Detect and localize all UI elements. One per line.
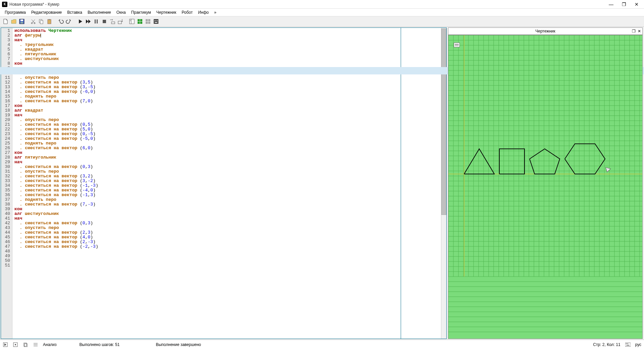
pause-icon[interactable] — [93, 18, 100, 25]
svg-rect-26 — [155, 22, 157, 23]
menu-item-5[interactable]: Практикум — [129, 9, 154, 15]
code-line[interactable]: . треугольник — [14, 43, 399, 47]
code-line[interactable]: нач — [14, 38, 399, 43]
code-line[interactable]: . сместиться на вектор (7,0) — [14, 99, 399, 104]
code-line[interactable]: . шестиугольник — [14, 57, 399, 61]
sb-icon-3[interactable] — [23, 342, 28, 347]
keyboard-icon[interactable] — [625, 342, 631, 347]
code-line[interactable]: нач — [14, 113, 399, 118]
drawer-restore-button[interactable]: ❐ — [632, 29, 636, 34]
code-line[interactable]: кон — [14, 151, 399, 155]
code-line[interactable]: . опустить перо — [14, 118, 399, 122]
toggle-numbers-icon[interactable]: 1 — [128, 18, 136, 25]
menu-item-9[interactable]: » — [211, 9, 219, 15]
code-line[interactable]: . опустить перо — [14, 169, 399, 174]
menu-item-7[interactable]: Робот — [179, 9, 195, 15]
code-line[interactable]: . сместиться на вектор (-1,3) — [14, 193, 399, 197]
undo-icon[interactable] — [57, 18, 64, 25]
new-file-icon[interactable] — [2, 18, 9, 25]
menu-item-3[interactable]: Выполнение — [85, 9, 114, 15]
code-line[interactable]: . сместиться на вектор (7,-3) — [14, 202, 399, 207]
sb-icon-1[interactable] — [3, 342, 8, 347]
menu-item-8[interactable]: Инфо — [195, 9, 211, 15]
cut-icon[interactable] — [30, 18, 37, 25]
stop-icon[interactable] — [101, 18, 108, 25]
code-line[interactable]: . сместиться на вектор (0,3) — [14, 165, 399, 169]
menu-item-0[interactable]: Программа — [2, 9, 29, 15]
code-line[interactable]: . сместиться на вектор (-1,-3) — [14, 183, 399, 188]
code-line[interactable]: . сместиться на вектор (2,-3) — [14, 240, 399, 244]
code-line[interactable]: . поднять перо — [14, 141, 399, 146]
code-line[interactable]: . сместиться на вектор (3,5) — [14, 80, 399, 85]
grid-green-icon[interactable] — [136, 18, 144, 25]
svg-rect-1 — [20, 19, 23, 21]
editor-panel: 1 2 3 4 5 6 7 8 9 10 11 12 13 14 15 16 1… — [1, 27, 447, 339]
sb-icon-4[interactable] — [33, 342, 38, 347]
step-over-icon[interactable] — [109, 18, 116, 25]
code-line[interactable]: . сместиться на вектор (3,2) — [14, 174, 399, 179]
code-line[interactable]: . сместиться на вектор (-4,0) — [14, 188, 399, 193]
menu-item-4[interactable]: Окна — [114, 9, 129, 15]
copy-icon[interactable] — [38, 18, 45, 25]
code-line[interactable]: алг пятиугольник — [14, 155, 399, 160]
code-line[interactable]: . опустить перо — [14, 226, 399, 230]
code-line[interactable]: . сместиться на вектор (4,0) — [14, 235, 399, 240]
code-line[interactable]: . квадрат — [14, 47, 399, 52]
code-line[interactable]: . сместиться на вектор (0,5) — [14, 122, 399, 127]
paste-icon[interactable] — [46, 18, 53, 25]
close-button[interactable]: ✕ — [633, 2, 641, 7]
code-line[interactable]: . опустить перо — [14, 75, 399, 80]
code-line[interactable]: использовать Чертежник — [14, 28, 399, 33]
menu-item-6[interactable]: Чертежник — [154, 9, 179, 15]
code-line[interactable]: алг квадрат — [14, 108, 399, 113]
code-line[interactable]: алг фигуры — [14, 33, 399, 38]
svg-rect-159 — [626, 345, 629, 345]
svg-rect-12 — [111, 22, 115, 24]
code-line[interactable]: кон — [14, 61, 399, 66]
status-lang[interactable]: рус — [635, 342, 641, 347]
maximize-button[interactable]: ❐ — [620, 2, 628, 7]
minimize-button[interactable]: — — [607, 2, 615, 7]
statusbar: Анализ Выполнено шагов: 51 Выполнение за… — [0, 340, 644, 349]
code-line[interactable]: . сместиться на вектор (-5,0) — [14, 136, 399, 141]
code-line[interactable]: нач — [14, 160, 399, 165]
step-into-icon[interactable] — [117, 18, 124, 25]
code-line[interactable]: . сместиться на вектор (6,0) — [14, 146, 399, 151]
svg-rect-10 — [97, 19, 98, 23]
code-editor[interactable]: использовать Чертежникалг фигурынач . тр… — [12, 28, 401, 339]
open-file-icon[interactable] — [10, 18, 17, 25]
editor-scrollbar[interactable] — [441, 28, 446, 339]
drawer-close-button[interactable]: ✕ — [638, 29, 641, 34]
code-line[interactable]: алг шестиугольник — [14, 212, 399, 216]
menu-item-1[interactable]: Редактирование — [29, 9, 64, 15]
code-line[interactable]: . пятиугольник — [14, 52, 399, 57]
svg-rect-23 — [154, 19, 158, 24]
robot-icon[interactable] — [152, 18, 160, 25]
status-steps: Выполнено шагов: 51 — [80, 342, 120, 347]
code-line[interactable]: . сместиться на вектор (5,0) — [14, 127, 399, 132]
grid-gray-icon[interactable] — [144, 18, 152, 25]
app-icon: К — [2, 2, 7, 7]
run-icon[interactable] — [77, 18, 84, 25]
code-line[interactable]: . сместиться на вектор (-2,-3) — [14, 244, 399, 249]
code-line[interactable]: . поднять перо — [14, 94, 399, 99]
code-line[interactable]: . сместиться на вектор (2,3) — [14, 230, 399, 235]
drawer-canvas[interactable] — [448, 35, 643, 339]
save-icon[interactable] — [18, 18, 26, 25]
run-fast-icon[interactable] — [85, 18, 92, 25]
code-line[interactable]: . сместиться на вектор (0,-5) — [14, 132, 399, 136]
redo-icon[interactable] — [65, 18, 72, 25]
code-line[interactable]: . сместиться на вектор (-6,0) — [14, 90, 399, 94]
code-line[interactable]: . сместиться на вектор (0,3) — [14, 221, 399, 226]
code-line[interactable]: кон — [14, 207, 399, 212]
code-line[interactable]: . сместиться на вектор (3,-2) — [14, 179, 399, 183]
status-cursor: Стр: 2, Кол: 11 — [593, 342, 620, 347]
status-analyze[interactable]: Анализ — [43, 342, 57, 347]
drawer-menu-icon[interactable] — [454, 43, 460, 47]
code-line[interactable]: нач — [14, 216, 399, 221]
sb-icon-2[interactable] — [13, 342, 18, 347]
code-line[interactable]: . поднять перо — [14, 197, 399, 202]
code-line[interactable]: кон — [14, 104, 399, 108]
code-line[interactable]: . сместиться на вектор (3,-5) — [14, 85, 399, 90]
menu-item-2[interactable]: Вставка — [64, 9, 85, 15]
